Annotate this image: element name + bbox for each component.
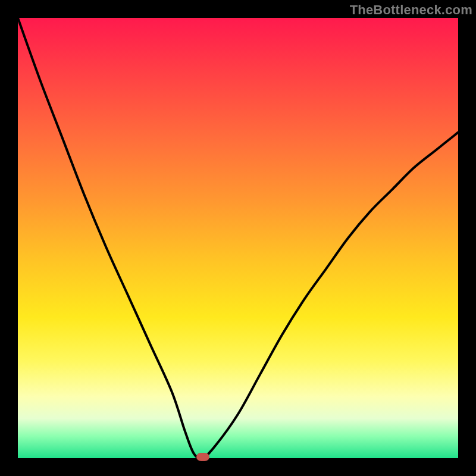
watermark-text: TheBottleneck.com xyxy=(350,2,472,18)
optimal-point-marker xyxy=(196,453,209,461)
chart-frame: TheBottleneck.com xyxy=(0,0,476,476)
bottleneck-curve xyxy=(18,18,458,458)
plot-area xyxy=(18,18,458,458)
